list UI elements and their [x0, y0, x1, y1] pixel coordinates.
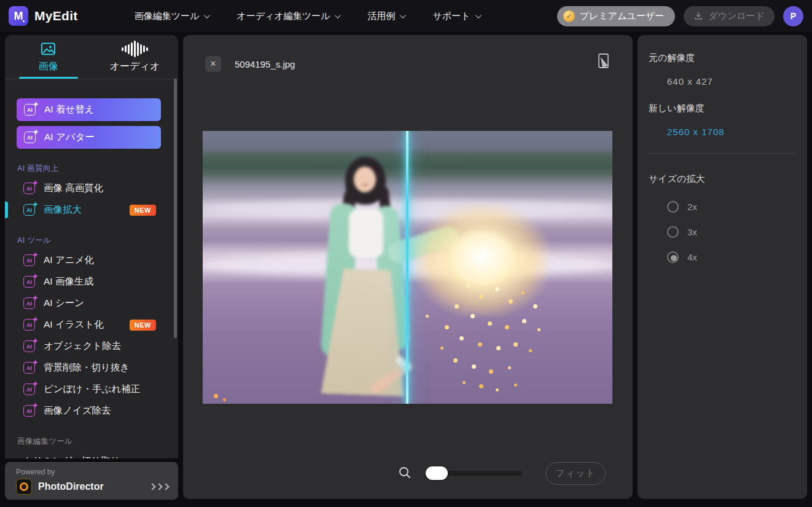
original-resolution-label: 元の解像度 [649, 52, 795, 64]
chevron-down-icon [204, 12, 210, 18]
sidebar-item-label: AI イラスト化 [44, 318, 104, 331]
sidebar-item[interactable]: AI画像拡大NEW [5, 199, 178, 221]
powered-by-label: Powered by [16, 468, 168, 476]
ai-sparkle-icon: AI [23, 276, 35, 288]
sidebar-menu: AIAI 着せ替えAIAI アバターAI 画質向上AI画像 高画質化AI画像拡大… [5, 80, 178, 458]
nav-item-1[interactable]: オーディオ編集ツール [236, 10, 339, 22]
sidebar-item[interactable]: AIピンぼけ・手ぶれ補正 [5, 379, 178, 400]
chevron-down-icon [335, 12, 341, 18]
premium-label: プレミアムユーザー [580, 10, 664, 22]
zoom-slider-track[interactable] [427, 471, 522, 476]
promo-button-label: AI アバター [44, 131, 95, 144]
scale-options: 2x3x4x [649, 201, 795, 263]
nav-item-label: 活用例 [367, 10, 395, 22]
sidebar-item[interactable]: AIAI シーン [5, 293, 178, 314]
ai-sparkle-icon: AI [23, 297, 35, 309]
download-button[interactable]: ダウンロード [684, 6, 775, 26]
editor-canvas: × 5094195_s.jpg [183, 35, 633, 499]
sidebar-item-label: ピンぼけ・手ぶれ補正 [44, 383, 140, 396]
fit-button[interactable]: フィット [545, 462, 606, 485]
promo-button-1[interactable]: AIAI アバター [17, 126, 161, 149]
app-logo[interactable]: M MyEdit [9, 6, 78, 26]
scale-option-3x[interactable]: 3x [667, 226, 795, 238]
sidebar-item-label: 画像ノイズ除去 [44, 404, 111, 417]
ai-sparkle-icon: AI [23, 319, 35, 331]
nav-item-3[interactable]: サポート [432, 10, 479, 22]
tab-label: 画像 [39, 60, 58, 73]
sidebar-item-label: 画像 高画質化 [44, 182, 103, 195]
app-header: M MyEdit 画像編集ツールオーディオ編集ツール活用例サポート ✓ プレミア… [0, 0, 812, 32]
ai-sparkle-icon: AI [23, 362, 35, 374]
radio-label: 3x [687, 227, 697, 237]
sidebar-item[interactable]: AIAI アニメ化 [5, 250, 178, 271]
nav-item-label: オーディオ編集ツール [236, 10, 330, 22]
sidebar-item[interactable]: トリミング・切り取り [5, 450, 178, 458]
sidebar-item-label: トリミング・切り取り [23, 455, 120, 458]
ai-sparkle-icon: AI [23, 340, 35, 352]
chevron-right-triple-icon [150, 484, 168, 489]
nav-item-label: サポート [432, 10, 470, 22]
chevron-down-icon [400, 12, 406, 18]
sidebar-item[interactable]: AIAI 画像生成 [5, 271, 178, 293]
myedit-logo-icon: M [9, 6, 28, 26]
radio-icon [667, 226, 679, 238]
sparkler-core [448, 229, 516, 285]
before-after-divider[interactable] [406, 131, 408, 404]
zoom-slider-thumb[interactable] [426, 466, 448, 480]
ai-sparkle-icon: AI [23, 383, 35, 395]
sidebar-item[interactable]: AIオブジェクト除去 [5, 336, 178, 357]
nav-item-0[interactable]: 画像編集ツール [135, 10, 209, 22]
sidebar-item-label: オブジェクト除去 [44, 340, 121, 353]
new-resolution-value: 2560 x 1708 [667, 127, 795, 137]
ai-sparkle-icon: AI [23, 405, 35, 417]
chevron-down-icon [475, 12, 481, 18]
tab-image[interactable]: 画像 [5, 35, 92, 79]
promo-button-0[interactable]: AIAI 着せ替え [17, 98, 161, 121]
tab-audio[interactable]: オーディオ [92, 35, 178, 79]
tab-label: オーディオ [110, 60, 160, 73]
sidebar-item-label: 画像拡大 [44, 203, 82, 216]
scale-option-2x[interactable]: 2x [667, 201, 795, 213]
radio-label: 2x [687, 202, 697, 212]
premium-badge-icon: ✓ [563, 10, 575, 22]
sidebar: 画像オーディオ AIAI 着せ替えAIAI アバターAI 画質向上AI画像 高画… [5, 35, 178, 458]
new-resolution-label: 新しい解像度 [649, 103, 795, 114]
preview-image[interactable] [203, 131, 612, 404]
promo-button-label: AI 着せ替え [44, 103, 95, 116]
scale-option-4x[interactable]: 4x [667, 251, 795, 263]
sidebar-footer[interactable]: Powered by PhotoDirector [5, 462, 178, 500]
image-filename: 5094195_s.jpg [235, 59, 295, 69]
photodirector-name: PhotoDirector [38, 481, 104, 492]
sidebar-item[interactable]: AI画像 高画質化 [5, 178, 178, 199]
download-label: ダウンロード [708, 10, 765, 22]
sidebar-item-label: AI 画像生成 [44, 275, 93, 288]
sparkler-sparks [203, 131, 205, 133]
sidebar-item-label: AI アニメ化 [44, 254, 94, 267]
sidebar-item[interactable]: AI画像ノイズ除去 [5, 400, 178, 422]
sidebar-scrollbar[interactable] [174, 79, 177, 338]
image-icon [40, 41, 57, 57]
sidebar-item-label: AI シーン [44, 297, 84, 310]
section-title: AI 画質向上 [17, 163, 178, 174]
download-icon [693, 11, 703, 21]
zoom-icon [398, 466, 412, 482]
user-avatar[interactable]: P [783, 6, 803, 26]
new-badge: NEW [130, 320, 156, 331]
compare-icon[interactable] [596, 52, 612, 73]
original-resolution-value: 640 x 427 [667, 76, 795, 87]
premium-user-button[interactable]: ✓ プレミアムユーザー [557, 6, 675, 26]
nav-item-label: 画像編集ツール [135, 10, 200, 22]
sidebar-item[interactable]: AI背景削除・切り抜き [5, 357, 178, 379]
ai-sparkle-icon: AI [23, 254, 35, 266]
section-title: 画像編集ツール [17, 436, 178, 447]
sidebar-item-label: 背景削除・切り抜き [44, 361, 130, 374]
settings-panel: 元の解像度 640 x 427 新しい解像度 2560 x 1708 サイズの拡… [638, 35, 807, 499]
audio-icon [122, 41, 148, 57]
ai-sparkle-icon: AI [24, 132, 36, 143]
close-image-button[interactable]: × [205, 56, 221, 72]
main-nav: 画像編集ツールオーディオ編集ツール活用例サポート [135, 10, 480, 22]
app-title: MyEdit [34, 9, 78, 23]
sidebar-item[interactable]: AIAI イラスト化NEW [5, 314, 178, 336]
ai-sparkle-icon: AI [24, 104, 36, 116]
nav-item-2[interactable]: 活用例 [367, 10, 404, 22]
